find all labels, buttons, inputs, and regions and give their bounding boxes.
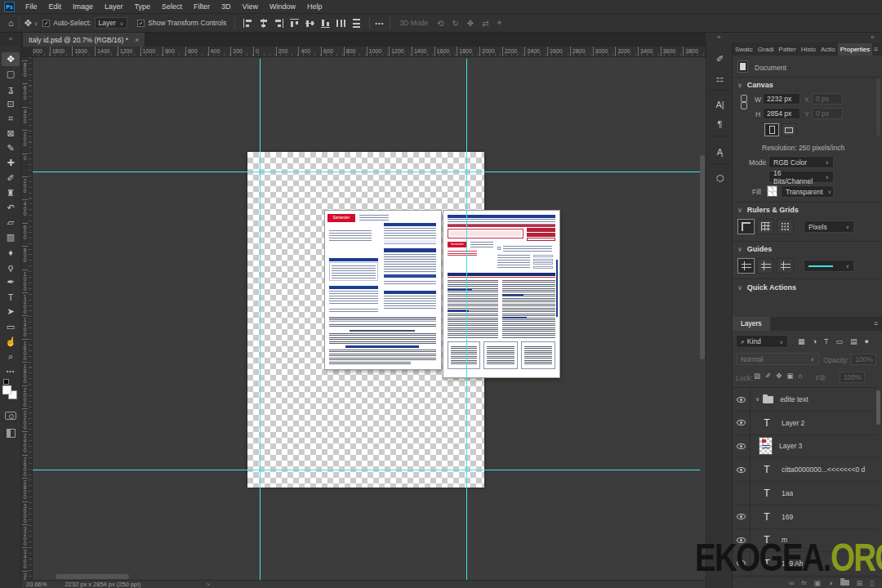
move-tool[interactable]: ✥ [2, 52, 20, 66]
canvas-section-header[interactable]: ∨Canvas [737, 81, 773, 89]
lock-transparency-icon[interactable]: ▨ [754, 372, 760, 380]
eyedropper-tool[interactable]: ✎ [2, 141, 20, 155]
link-layers-icon[interactable]: ∞ [789, 579, 794, 587]
gradient-tool[interactable]: ▥ [2, 230, 20, 244]
toggle-guides-button[interactable] [737, 258, 755, 274]
clone-stamp-tool[interactable]: ♜ [2, 186, 20, 200]
delete-layer-icon[interactable]: ▯ [870, 579, 874, 587]
zoom-level-field[interactable]: 20.66% [26, 581, 47, 588]
collapse-panels-icon[interactable]: » [717, 33, 720, 41]
lock-guides-button[interactable] [757, 258, 774, 274]
ruler-units-dropdown[interactable]: Pixels∨ [804, 220, 854, 233]
default-colors-icon[interactable] [3, 379, 9, 385]
align-vertical-centers-icon[interactable] [305, 19, 314, 28]
lock-artboard-icon[interactable]: ▣ [786, 372, 793, 380]
blur-tool[interactable]: ♦ [2, 246, 20, 260]
guides-section-header[interactable]: ∨Guides [737, 245, 772, 253]
adjustment-layer-icon[interactable]: ◑ [828, 579, 832, 587]
glyphs-panel-icon[interactable]: Ą [706, 142, 733, 162]
home-icon[interactable]: ⌂ [8, 18, 14, 28]
portrait-orientation-button[interactable] [764, 123, 779, 136]
filter-pixel-layers-icon[interactable]: ▦ [798, 337, 805, 345]
hand-tool[interactable]: ☝ [2, 335, 20, 349]
align-left-edges-icon[interactable] [243, 19, 252, 28]
tab-swatc[interactable]: Swatc [733, 43, 755, 56]
pen-tool[interactable]: ✒ [2, 275, 20, 289]
lock-pixels-icon[interactable]: ✐ [765, 372, 771, 380]
scrollbar-thumb[interactable] [700, 155, 705, 359]
clear-guides-button[interactable] [777, 258, 794, 274]
type-tool[interactable]: T [2, 290, 20, 304]
layer-row[interactable]: TLayer 2 [733, 412, 877, 435]
document-tab[interactable]: Italy id.psd @ 20.7% (RGB/16) * × [23, 33, 145, 47]
color-mode-dropdown[interactable]: RGB Color∨ [768, 156, 834, 168]
vertical-guide[interactable] [260, 59, 261, 580]
align-horizontal-centers-icon[interactable] [259, 19, 268, 28]
eraser-tool[interactable]: ▱ [2, 216, 20, 229]
menu-window[interactable]: Window [264, 0, 301, 14]
auto-select-target-dropdown[interactable]: Layer ∨ [95, 17, 128, 29]
vertical-ruler[interactable]: 8006004002000200400600800100012001400160… [21, 57, 33, 580]
character-panel-icon[interactable]: A| [706, 95, 733, 114]
bit-depth-dropdown[interactable]: 16 Bits/Channel∨ [768, 171, 834, 183]
align-right-edges-icon[interactable] [274, 19, 283, 28]
brush-tool[interactable]: ✐ [2, 172, 20, 185]
lock-position-icon[interactable]: ✥ [776, 372, 782, 380]
canvas-height-input[interactable]: 2854 px [763, 108, 800, 119]
fill-swatch[interactable] [767, 185, 777, 197]
layer-effects-icon[interactable]: fx [801, 579, 806, 586]
chevron-down-icon[interactable]: ∨ [755, 396, 760, 403]
filter-adjustment-layers-icon[interactable]: ◑ [813, 337, 817, 345]
menu-select[interactable]: Select [156, 0, 188, 14]
layer-row[interactable]: ∨edite text [733, 388, 877, 412]
horizontal-ruler[interactable]: 2000180016001400120010008006004002000200… [21, 47, 706, 57]
toolbar-collapse-icon[interactable]: « [0, 33, 21, 46]
object-selection-tool[interactable]: ⊡ [2, 97, 20, 111]
rulers-grids-section-header[interactable]: ∨Rulers & Grids [737, 206, 799, 214]
filter-pin-icon[interactable]: ● [864, 337, 868, 345]
path-selection-tool[interactable]: ➤ [2, 305, 20, 318]
horizontal-scrollbar-thumb[interactable] [56, 574, 129, 579]
ruler-origin-corner[interactable] [21, 47, 33, 57]
canvas-viewport[interactable]: Santander [33, 57, 706, 580]
roll-3d-icon[interactable]: ↻ [452, 19, 458, 28]
filter-shape-layers-icon[interactable]: ▭ [835, 337, 843, 345]
menu-3d[interactable]: 3D [216, 0, 237, 14]
fill-dropdown[interactable]: Transparent∨ [781, 185, 834, 198]
lasso-tool[interactable]: ʓ [2, 82, 20, 96]
libraries-panel-icon[interactable]: ⬡ [706, 168, 733, 188]
filter-type-layers-icon[interactable]: T [824, 337, 829, 345]
tab-properties[interactable]: Properties [838, 43, 872, 56]
marquee-tool[interactable]: ▢ [2, 67, 20, 81]
menu-filter[interactable]: Filter [188, 0, 216, 14]
more-options-icon[interactable]: ••• [375, 20, 384, 27]
paragraph-panel-icon[interactable]: ¶ [706, 114, 733, 134]
horizontal-guide[interactable] [33, 470, 700, 470]
brush-settings-panel-icon[interactable]: ⚏ [706, 69, 733, 88]
menu-view[interactable]: View [237, 0, 264, 14]
vertical-guide[interactable] [466, 59, 467, 580]
dodge-tool[interactable]: ϙ [2, 261, 20, 274]
opacity-input[interactable]: 100% [851, 354, 876, 365]
lock-all-icon[interactable]: ⌂ [798, 372, 802, 380]
layers-scrollbar-thumb[interactable] [876, 390, 880, 425]
layer-row[interactable]: Tcitta0000000...<<<<<<<0 d [733, 458, 877, 482]
horizontal-guide[interactable] [33, 172, 700, 172]
visibility-toggle[interactable] [733, 482, 751, 505]
link-dimensions-icon[interactable] [740, 95, 747, 109]
close-icon[interactable]: × [135, 36, 139, 44]
visibility-toggle[interactable] [733, 506, 751, 528]
menu-layer[interactable]: Layer [99, 0, 129, 14]
canvas-width-input[interactable]: 2232 px [763, 93, 800, 105]
menu-edit[interactable]: Edit [43, 0, 68, 14]
layer-row[interactable]: Layer 3 [733, 434, 877, 458]
distribute-vertically-icon[interactable] [352, 19, 361, 28]
panel-menu-icon[interactable]: ≡ [874, 45, 882, 56]
layer-filter-dropdown[interactable]: ⌕Kind ∨ [736, 335, 788, 348]
document-page-2[interactable]: Santander [443, 211, 559, 377]
show-transform-checkbox[interactable]: ✓ [137, 20, 145, 27]
tab-histo[interactable]: Histo [799, 43, 818, 56]
visibility-toggle[interactable] [733, 388, 751, 411]
blend-mode-dropdown[interactable]: Normal∨ [736, 353, 819, 365]
guide-style-dropdown[interactable]: ∨ [804, 260, 854, 272]
